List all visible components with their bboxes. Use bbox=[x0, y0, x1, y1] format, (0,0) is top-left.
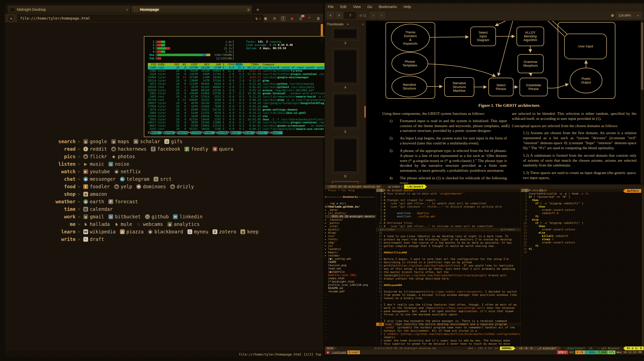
tab-midnight-desktop[interactable]: Midnight Desktop x bbox=[7, 5, 131, 13]
pdf-scrollbar[interactable] bbox=[640, 21, 644, 184]
link-hallada[interactable]: ♞hallada bbox=[83, 221, 110, 227]
link-forecast[interactable]: Fforecast bbox=[108, 199, 138, 204]
link-yelp[interactable]: ●yelp bbox=[114, 184, 132, 189]
link-calendar[interactable]: ▦calendar bbox=[83, 206, 113, 212]
link-google[interactable]: ggoogle bbox=[83, 139, 107, 144]
chevron-down-icon[interactable]: ▾ bbox=[347, 23, 348, 26]
snowflake-icon[interactable]: * bbox=[307, 16, 312, 21]
link-drizly[interactable]: ●drizly bbox=[170, 184, 194, 189]
tree-item[interactable]: favicon.png bbox=[325, 264, 376, 267]
link-quora[interactable]: Qquora bbox=[213, 146, 233, 152]
link-dominoes[interactable]: ◓dominoes bbox=[136, 184, 166, 189]
tree-item[interactable]: [●]Gemfile bbox=[325, 270, 376, 274]
fkey-F7[interactable]: F7Nice - bbox=[228, 131, 241, 134]
history-forward-button[interactable]: › bbox=[378, 12, 385, 19]
buffers-tab[interactable]: buffers bbox=[623, 189, 641, 193]
fkey-F5[interactable]: F5Tree bbox=[201, 131, 214, 134]
link-gifs[interactable]: ▤gifs bbox=[164, 139, 182, 144]
tree-item[interactable]: ▸ blog/ bbox=[325, 231, 376, 234]
link-wikipedia[interactable]: Wwikipedia bbox=[83, 229, 116, 234]
link-flickr[interactable]: ●flickr bbox=[83, 154, 107, 159]
link-srct[interactable]: ssrct bbox=[154, 176, 172, 182]
link-noise[interactable]: ▥noise bbox=[108, 161, 129, 167]
tree-item[interactable]: index.html bbox=[325, 277, 376, 280]
history-icon[interactable]: ◔ bbox=[272, 16, 277, 21]
link-mule[interactable]: ♞mule bbox=[114, 221, 132, 227]
link-myneu[interactable]: ∴myneu bbox=[187, 229, 208, 234]
fkey-F2[interactable]: F2Setup bbox=[161, 131, 174, 134]
link-music[interactable]: ▶music bbox=[83, 161, 104, 167]
thumbnail-page-3[interactable] bbox=[332, 27, 358, 40]
tree-item[interactable]: 2015-05-28-midnight-deskto bbox=[325, 215, 376, 218]
tree-item[interactable]: .. (up a dir) bbox=[325, 202, 376, 205]
sidebar-mode-label[interactable]: Thumbnails bbox=[327, 22, 344, 26]
process-row[interactable]: 2415 root 20 0 95352 18836 1280 S 0.0 0.… bbox=[148, 128, 329, 131]
tree-item[interactable]: ▸ _posts/ bbox=[325, 221, 376, 225]
link-facebook[interactable]: ffacebook bbox=[151, 146, 180, 152]
link-amazon[interactable]: aamazon bbox=[83, 191, 107, 197]
link-zotero[interactable]: Zzotero bbox=[213, 229, 236, 234]
menu-view[interactable]: View bbox=[353, 5, 361, 9]
back-button[interactable]: ◄ bbox=[7, 14, 15, 22]
link-youtube[interactable]: ▶youtube bbox=[83, 169, 110, 174]
fkey-F4[interactable]: F4Filter bbox=[188, 131, 201, 134]
fkey-F9[interactable]: F9Kill bbox=[254, 131, 268, 134]
adblock-icon[interactable]: ● bbox=[289, 16, 294, 21]
link-github[interactable]: ◎github bbox=[145, 214, 169, 219]
link-keep[interactable]: gkeep bbox=[240, 229, 259, 234]
download-icon[interactable]: ↓ bbox=[254, 16, 259, 21]
tree-item[interactable]: README.md bbox=[325, 287, 376, 290]
fkey-F1[interactable]: F1Help bbox=[148, 131, 161, 134]
page-down-button[interactable]: ∨ bbox=[336, 12, 342, 19]
tree-item[interactable]: ▸ css/ bbox=[325, 234, 376, 238]
tree-item[interactable]: " Press ? for help bbox=[325, 189, 376, 192]
vim-tab-markdown[interactable]: _/2015-05-28-midnight-desktop.md bbox=[325, 185, 382, 189]
tree-item[interactable]: [●]_config.yml bbox=[325, 257, 376, 260]
vim-tab-gitindex[interactable]: .g/index bbox=[386, 185, 401, 188]
tree-item[interactable]: resume.pdf bbox=[325, 290, 376, 293]
tree-item[interactable]: ▸ laundry/ bbox=[325, 247, 376, 251]
menu-bookmarks[interactable]: Bookmarks bbox=[379, 5, 397, 9]
tree-item[interactable]: ▸ _layouts/ bbox=[325, 218, 376, 221]
menu-help[interactable]: Help bbox=[403, 5, 411, 9]
tree-tabs-icon[interactable]: ▥21 bbox=[298, 16, 303, 21]
tree-item[interactable]: ▸ magic/ bbox=[325, 251, 376, 254]
tree-item[interactable] bbox=[325, 192, 376, 195]
link-telegram[interactable]: ⊳telegram bbox=[120, 176, 150, 182]
addons-icon[interactable]: ▣ bbox=[263, 16, 268, 21]
tree-item[interactable]: profile_icon_128x128.png bbox=[325, 283, 376, 287]
link-foodler[interactable]: ffoodler bbox=[83, 184, 110, 189]
tree-item[interactable]: ▸ assets/ bbox=[325, 228, 376, 231]
tree-item[interactable]: ▸ img/ bbox=[325, 241, 376, 244]
fkey-F6[interactable]: F6SortBy bbox=[214, 131, 228, 134]
link-linkedin[interactable]: inlinkedin bbox=[173, 214, 203, 219]
link-photos[interactable]: ◆photos bbox=[111, 154, 135, 159]
tree-item[interactable]: feed.xml bbox=[325, 267, 376, 270]
thumbnail-page-6[interactable] bbox=[332, 137, 358, 173]
tree-item[interactable]: ▸ fonts/ bbox=[325, 238, 376, 241]
link-maps[interactable]: gmaps bbox=[111, 139, 129, 144]
fkey-F8[interactable]: F8Nice + bbox=[241, 131, 254, 134]
page-number-input[interactable]: 7 bbox=[344, 12, 356, 19]
zoom-fit-icon[interactable]: ⊕ bbox=[611, 13, 614, 18]
stylish-icon[interactable]: S bbox=[281, 16, 286, 21]
link-draft[interactable]: ✎draft bbox=[83, 236, 104, 242]
tree-item[interactable]: Gemfile.lock [RO] bbox=[325, 274, 376, 277]
tree-item[interactable]: ▸ _site/ bbox=[325, 225, 376, 228]
link-webcams[interactable]: ♘webcams bbox=[136, 221, 163, 227]
thumbnail-page-4[interactable] bbox=[332, 48, 358, 85]
menu-edit[interactable]: Edit bbox=[340, 5, 346, 9]
vim-tab-invert-active[interactable]: ~/b/invert bbox=[404, 185, 427, 189]
link-bitbucket[interactable]: ⊔bitbucket bbox=[108, 214, 141, 219]
new-tab-button[interactable]: + bbox=[252, 6, 263, 13]
link-feedly[interactable]: ƒfeedly bbox=[184, 146, 208, 152]
tree-item[interactable]: ▸ js/ bbox=[325, 244, 376, 247]
tree-item[interactable]: >----------Bookmarks---------- bbox=[325, 195, 376, 199]
history-back-button[interactable]: ‹ bbox=[370, 12, 376, 19]
tree-item[interactable]: ▸ _data/ bbox=[325, 208, 376, 212]
link-hackernews[interactable]: ●hackernews bbox=[111, 146, 146, 152]
zoom-select[interactable]: 116.89%∨ bbox=[616, 12, 641, 19]
sidebar-scrollbar-thumb[interactable] bbox=[364, 106, 366, 118]
fkey-F10[interactable]: F10Quit bbox=[268, 131, 283, 134]
thumbnail-page-5[interactable] bbox=[332, 93, 358, 129]
